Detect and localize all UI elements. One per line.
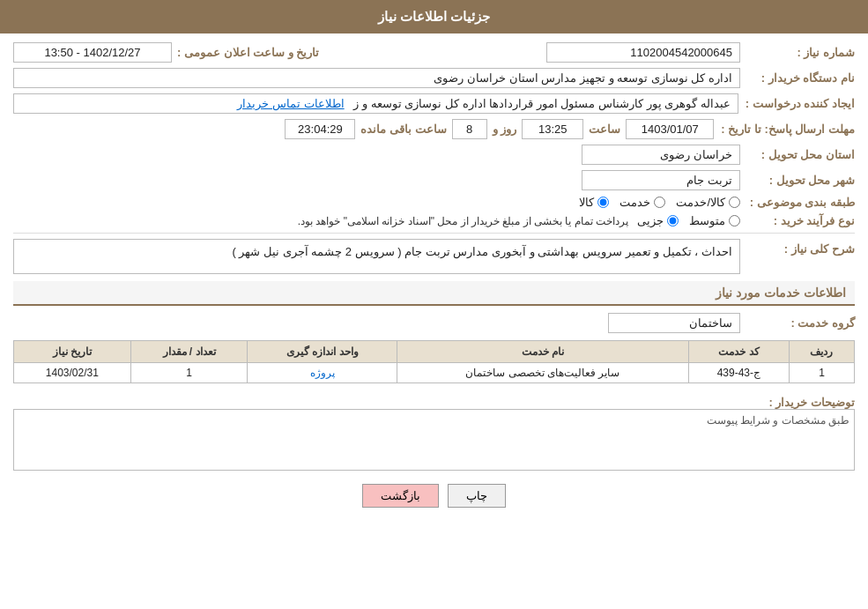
description-label: شرح کلی نیاز : bbox=[740, 239, 855, 256]
content-area: شماره نیاز : 1102004542000645 تاریخ و سا… bbox=[0, 33, 868, 530]
reply-time-value: 13:25 bbox=[522, 119, 583, 139]
service-group-label: گروه خدمت : bbox=[740, 316, 855, 330]
process-radio-motavaset[interactable] bbox=[729, 215, 740, 227]
announce-date-value: 1402/12/27 - 13:50 bbox=[13, 42, 172, 63]
category-radio-group: کالا/خدمت خدمت کالا bbox=[579, 196, 740, 209]
creator-link[interactable]: اطلاعات تماس خریدار bbox=[237, 97, 344, 110]
col-name: نام خدمت bbox=[397, 341, 689, 363]
cell-unit[interactable]: پروژه bbox=[248, 363, 397, 383]
city-label: شهر محل تحویل : bbox=[740, 174, 855, 187]
process-option-jozyi[interactable]: جزیی bbox=[637, 214, 679, 227]
col-date: تاریخ نیاز bbox=[14, 341, 131, 363]
page-wrapper: جزئیات اطلاعات نیاز شماره نیاز : 1102004… bbox=[0, 0, 868, 609]
category-radio-kala[interactable] bbox=[597, 197, 609, 208]
process-radio-jozyi[interactable] bbox=[667, 215, 679, 227]
request-number-label: شماره نیاز : bbox=[740, 46, 855, 59]
table-header-row: ردیف کد خدمت نام خدمت واحد اندازه گیری ت… bbox=[14, 341, 855, 363]
col-row: ردیف bbox=[789, 341, 854, 363]
process-label-motavaset: متوسط bbox=[689, 214, 725, 227]
buyer-org-value: اداره کل نوسازی توسعه و تجهیز مدارس استا… bbox=[13, 68, 740, 88]
description-row: شرح کلی نیاز : احداث ، تکمیل و تعمیر سرو… bbox=[13, 239, 855, 274]
process-row: نوع فرآیند خرید : متوسط جزیی پرداخت تمام… bbox=[13, 214, 855, 227]
description-value: احداث ، تکمیل و تعمیر سرویس بهداشتی و آب… bbox=[13, 239, 740, 274]
buyer-notes-row: توضیحات خریدار : طبق مشخصات و شرایط پیوس… bbox=[13, 392, 855, 471]
service-group-value: ساختمان bbox=[608, 313, 740, 333]
services-section-header: اطلاعات خدمات مورد نیاز bbox=[13, 281, 855, 306]
cell-qty: 1 bbox=[130, 363, 248, 383]
reply-remaining-value: 23:04:29 bbox=[285, 119, 355, 139]
reply-deadline-label: مهلت ارسال پاسخ: تا تاریخ : bbox=[714, 123, 855, 136]
category-label-khedmat: خدمت bbox=[619, 196, 650, 209]
divider-1 bbox=[13, 233, 855, 234]
buyer-org-row: نام دستگاه خریدار : اداره کل نوسازی توسع… bbox=[13, 68, 855, 88]
process-note: پرداخت تمام یا بخشی از مبلغ خریدار از مح… bbox=[298, 215, 628, 227]
creator-label: ایجاد کننده درخواست : bbox=[738, 97, 855, 110]
col-qty: تعداد / مقدار bbox=[130, 341, 248, 363]
province-label: استان محل تحویل : bbox=[740, 148, 855, 161]
process-option-motavaset[interactable]: متوسط bbox=[689, 214, 740, 227]
category-option-kala-khedmat[interactable]: کالا/خدمت bbox=[676, 196, 740, 209]
buyer-notes-textarea[interactable]: طبق مشخصات و شرایط پیوست bbox=[13, 409, 855, 471]
page-header: جزئیات اطلاعات نیاز bbox=[0, 0, 868, 33]
services-table: ردیف کد خدمت نام خدمت واحد اندازه گیری ت… bbox=[13, 340, 855, 383]
category-row: طبقه بندی موضوعی : کالا/خدمت خدمت کالا bbox=[13, 196, 855, 209]
category-radio-khedmat[interactable] bbox=[654, 197, 665, 208]
cell-name: سایر فعالیت‌های تخصصی ساختمان bbox=[397, 363, 689, 383]
services-table-section: ردیف کد خدمت نام خدمت واحد اندازه گیری ت… bbox=[13, 340, 855, 383]
category-label-kala: کالا bbox=[579, 196, 594, 209]
table-row: 1 ج-43-439 سایر فعالیت‌های تخصصی ساختمان… bbox=[14, 363, 855, 383]
request-number-value: 1102004542000645 bbox=[546, 42, 740, 63]
category-option-khedmat[interactable]: خدمت bbox=[619, 196, 665, 209]
category-label-kala-khedmat: کالا/خدمت bbox=[676, 196, 725, 209]
reply-days-label: روز و bbox=[487, 123, 523, 136]
creator-value: عبداله گوهری پور کارشناس مسئول امور قرار… bbox=[13, 93, 738, 114]
col-code: کد خدمت bbox=[688, 341, 789, 363]
buttons-row: چاپ بازگشت bbox=[13, 484, 855, 521]
reply-remaining-label: ساعت باقی مانده bbox=[355, 123, 451, 136]
page-title: جزئیات اطلاعات نیاز bbox=[378, 9, 490, 24]
process-label: نوع فرآیند خرید : bbox=[740, 214, 855, 227]
category-label: طبقه بندی موضوعی : bbox=[740, 196, 855, 209]
process-label-jozyi: جزیی bbox=[637, 214, 664, 227]
cell-code: ج-43-439 bbox=[688, 363, 789, 383]
reply-deadline-row: مهلت ارسال پاسخ: تا تاریخ : 1403/01/07 س… bbox=[13, 119, 855, 139]
creator-text: عبداله گوهری پور کارشناس مسئول امور قرار… bbox=[353, 97, 730, 110]
print-button[interactable]: چاپ bbox=[448, 484, 506, 508]
buyer-org-label: نام دستگاه خریدار : bbox=[740, 71, 855, 85]
reply-days-value: 8 bbox=[452, 119, 487, 139]
announce-date-label: تاریخ و ساعت اعلان عمومی : bbox=[172, 46, 324, 59]
city-row: شهر محل تحویل : تربت جام bbox=[13, 170, 855, 190]
category-option-kala[interactable]: کالا bbox=[579, 196, 609, 209]
back-button[interactable]: بازگشت bbox=[362, 484, 439, 508]
service-group-row: گروه خدمت : ساختمان bbox=[13, 313, 855, 333]
col-unit: واحد اندازه گیری bbox=[248, 341, 397, 363]
buyer-notes-label: توضیحات خریدار : bbox=[740, 392, 855, 409]
province-row: استان محل تحویل : خراسان رضوی bbox=[13, 145, 855, 165]
creator-row: ایجاد کننده درخواست : عبداله گوهری پور ک… bbox=[13, 93, 855, 114]
city-value: تربت جام bbox=[582, 170, 740, 190]
category-radio-kala-khedmat[interactable] bbox=[729, 197, 740, 208]
request-number-row: شماره نیاز : 1102004542000645 تاریخ و سا… bbox=[13, 42, 855, 63]
reply-date-value: 1403/01/07 bbox=[626, 119, 714, 139]
cell-row: 1 bbox=[789, 363, 854, 383]
cell-date: 1403/02/31 bbox=[14, 363, 131, 383]
reply-time-label: ساعت bbox=[583, 123, 626, 136]
process-radio-group: متوسط جزیی bbox=[637, 214, 740, 227]
province-value: خراسان رضوی bbox=[582, 145, 740, 165]
